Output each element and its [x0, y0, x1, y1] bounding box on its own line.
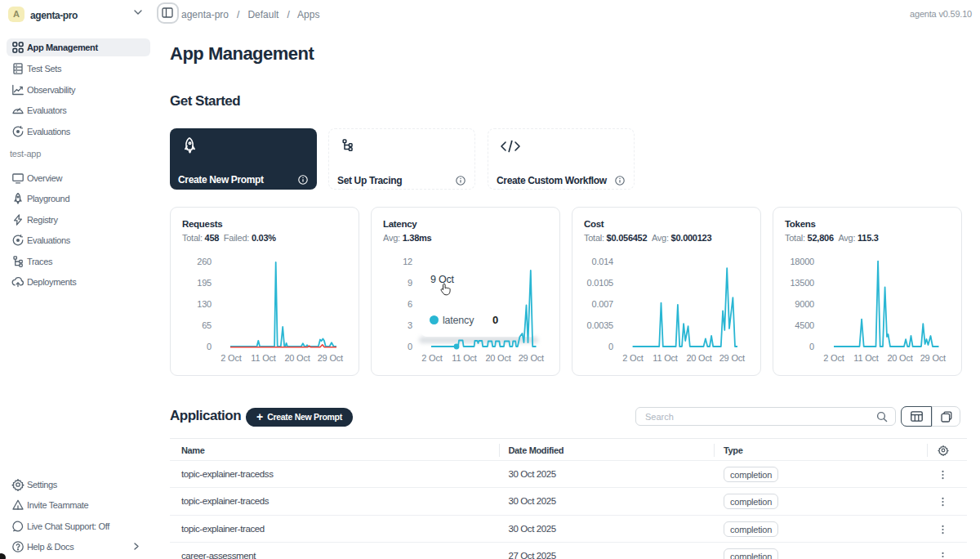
svg-text:6: 6	[408, 299, 412, 309]
svg-text:18000: 18000	[790, 257, 814, 266]
svg-text:29 Oct: 29 Oct	[719, 353, 745, 363]
svg-text:29 Oct: 29 Oct	[920, 353, 946, 363]
svg-text:29 Oct: 29 Oct	[318, 353, 343, 363]
svg-text:130: 130	[197, 299, 212, 309]
svg-text:9000: 9000	[795, 299, 814, 309]
svg-text:0: 0	[608, 342, 613, 351]
svg-text:20 Oct: 20 Oct	[485, 353, 510, 363]
svg-text:2 Oct: 2 Oct	[220, 353, 241, 363]
svg-text:11 Oct: 11 Oct	[853, 353, 879, 363]
svg-text:0: 0	[207, 342, 212, 351]
svg-text:0.0035: 0.0035	[587, 320, 614, 330]
svg-text:9: 9	[408, 278, 412, 288]
svg-text:2 Oct: 2 Oct	[823, 353, 844, 363]
svg-text:0.014: 0.014	[591, 257, 613, 266]
svg-text:0: 0	[408, 342, 412, 351]
svg-text:65: 65	[202, 320, 212, 330]
svg-text:4500: 4500	[795, 320, 814, 330]
svg-text:2 Oct: 2 Oct	[622, 353, 643, 363]
svg-text:13500: 13500	[790, 278, 814, 288]
svg-text:20 Oct: 20 Oct	[284, 353, 310, 363]
svg-text:0.0105: 0.0105	[587, 278, 614, 288]
svg-text:195: 195	[197, 278, 212, 288]
svg-text:20 Oct: 20 Oct	[887, 353, 912, 363]
svg-text:11 Oct: 11 Oct	[251, 353, 276, 363]
svg-text:12: 12	[403, 257, 412, 266]
svg-text:29 Oct: 29 Oct	[519, 353, 544, 363]
svg-text:260: 260	[197, 257, 212, 266]
svg-text:0: 0	[809, 342, 814, 351]
svg-text:3: 3	[408, 320, 412, 330]
svg-text:20 Oct: 20 Oct	[686, 353, 711, 363]
svg-text:2 Oct: 2 Oct	[421, 353, 442, 363]
svg-text:11 Oct: 11 Oct	[452, 353, 477, 363]
svg-text:11 Oct: 11 Oct	[653, 353, 678, 363]
svg-text:0.007: 0.007	[591, 299, 613, 309]
